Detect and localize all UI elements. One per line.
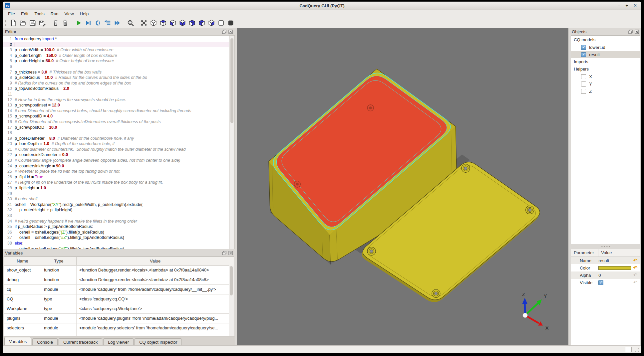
variables-scrollbar-thumb[interactable] bbox=[230, 266, 233, 295]
close-button[interactable]: ✕ bbox=[633, 3, 637, 8]
editor-scrollbar[interactable] bbox=[229, 36, 234, 249]
code-line[interactable]: 1from cadquery import * bbox=[3, 36, 229, 42]
menu-help[interactable]: Help bbox=[77, 10, 92, 18]
variables-column-header[interactable]: Name bbox=[4, 257, 41, 266]
objects-parameters-splitter[interactable] bbox=[570, 244, 641, 249]
tab-log-viewer[interactable]: Log viewer bbox=[103, 338, 134, 346]
zoom-button[interactable] bbox=[126, 19, 135, 27]
code-line[interactable]: 3p_outerWidth = 100.0 # Outer width of b… bbox=[3, 47, 229, 53]
view-iso-button[interactable] bbox=[149, 19, 158, 27]
menu-file[interactable]: File bbox=[5, 10, 18, 18]
code-line[interactable]: 12# How far in from the edges the screwp… bbox=[3, 97, 229, 103]
variable-row[interactable]: cqmodule<module 'cadquery' from '/home/a… bbox=[4, 285, 229, 294]
tree-group-imports[interactable]: Imports bbox=[571, 58, 640, 66]
visibility-checkbox[interactable] bbox=[581, 89, 586, 94]
variable-row[interactable]: CQtype<class 'cadquery.cq.CQ'> bbox=[4, 294, 229, 304]
parameter-value[interactable]: 0 bbox=[598, 273, 631, 278]
code-line[interactable]: 35if p_sideRadius > p_topAndBottomRadius… bbox=[3, 224, 229, 230]
view-bottom-button[interactable] bbox=[168, 19, 177, 27]
code-line[interactable]: 14# nner Diameter of the screwpost holes… bbox=[3, 108, 229, 114]
visible-checkbox[interactable]: ✓ bbox=[598, 280, 603, 285]
code-line[interactable]: 5p_outerHeight = 50.0 # Outer height of … bbox=[3, 58, 229, 64]
menu-view[interactable]: View bbox=[62, 10, 77, 18]
code-line[interactable]: 4p_outerLength = 150.0 # Outer length of… bbox=[3, 53, 229, 59]
reset-button[interactable]: ↶ bbox=[631, 265, 640, 271]
code-editor[interactable]: 1from cadquery import *23p_outerWidth = … bbox=[3, 35, 235, 249]
run-button[interactable] bbox=[74, 19, 83, 27]
code-line[interactable]: 26p_flipLid = True bbox=[3, 174, 229, 180]
code-line[interactable]: 20p_boreDepth = 1.0 # Depth of the count… bbox=[3, 141, 229, 147]
code-line[interactable]: 30# outer shell bbox=[3, 196, 229, 202]
fit-view-button[interactable] bbox=[140, 19, 148, 27]
code-line[interactable]: 10p_topAndBottomRadius = 2.0 bbox=[3, 86, 229, 91]
toolbar-handle[interactable] bbox=[5, 20, 7, 26]
tree-group-helpers[interactable]: Helpers bbox=[571, 66, 640, 73]
code-line[interactable]: 34# weird geometry happens if we make th… bbox=[3, 219, 229, 224]
code-line[interactable]: 6 bbox=[3, 64, 229, 70]
visibility-checkbox[interactable]: ✓ bbox=[581, 52, 586, 57]
menu-run[interactable]: Run bbox=[48, 10, 62, 18]
close-panel-icon[interactable] bbox=[228, 251, 233, 255]
variables-column-header[interactable]: Type bbox=[41, 257, 77, 266]
visibility-checkbox[interactable] bbox=[581, 74, 586, 79]
editor-scrollbar-thumb[interactable] bbox=[230, 38, 233, 123]
new-file-button[interactable] bbox=[9, 19, 18, 27]
code-line[interactable]: 15p_screwpostID = 4.0 bbox=[3, 113, 229, 119]
code-line[interactable]: 32 p_outerHeight + p_lipHeight) bbox=[3, 207, 229, 213]
variable-row[interactable]: Planetype<class 'cadquery.occ_impl.geom.… bbox=[4, 333, 229, 336]
color-swatch[interactable] bbox=[598, 266, 631, 270]
code-line[interactable]: 16# Outer Diameter of the screwposts.\nD… bbox=[3, 119, 229, 125]
code-line[interactable]: 38else: bbox=[3, 241, 229, 246]
reset-button[interactable]: ↶ bbox=[631, 279, 640, 286]
code-line[interactable]: 7p_thickness = 3.0 # Thickness of the bo… bbox=[3, 70, 229, 75]
view-front-button[interactable] bbox=[178, 19, 187, 27]
float-panel-icon[interactable] bbox=[222, 30, 226, 34]
tree-item-X[interactable]: X bbox=[571, 73, 640, 80]
view-left-button[interactable] bbox=[197, 19, 206, 27]
float-panel-icon[interactable] bbox=[222, 251, 226, 255]
view-right-button[interactable] bbox=[207, 19, 216, 27]
code-line[interactable]: 31oshell = Workplane("XY").rect(p_outerW… bbox=[3, 202, 229, 208]
save-button[interactable] bbox=[28, 19, 37, 27]
code-line[interactable]: 27# Height of lip on the underside of th… bbox=[3, 180, 229, 185]
code-line[interactable]: 9# Radius for the curves on the top and … bbox=[3, 81, 229, 86]
code-line[interactable]: 2 bbox=[3, 42, 229, 48]
close-panel-icon[interactable] bbox=[228, 30, 233, 34]
variables-scrollbar[interactable] bbox=[229, 266, 234, 336]
step-over-button[interactable] bbox=[103, 19, 112, 27]
tree-item-Y[interactable]: Y bbox=[571, 80, 640, 88]
code-line[interactable]: 22p_countersinkDiameter = 0.0 bbox=[3, 152, 229, 158]
code-line[interactable]: 36 oshell = oshell.edges("|Z").fillet(p_… bbox=[3, 230, 229, 235]
code-line[interactable]: 23# Countersink angle (complete angle be… bbox=[3, 158, 229, 163]
parameter-value[interactable]: result bbox=[598, 258, 631, 263]
open-file-button[interactable] bbox=[19, 19, 27, 27]
tree-item-lowerLid[interactable]: ✓lowerLid bbox=[571, 44, 640, 51]
wireframe-mode-button[interactable] bbox=[217, 19, 225, 27]
code-line[interactable]: 17p_screwpostOD = 10.0 bbox=[3, 125, 229, 130]
parameters-column-header[interactable]: Value bbox=[598, 249, 640, 257]
variable-row[interactable]: debugfunction<function Debugger.render.<… bbox=[4, 275, 229, 285]
reset-button[interactable]: ↶ bbox=[631, 257, 640, 264]
code-line[interactable]: 21# Outer diameter of countersink. Shoul… bbox=[3, 147, 229, 152]
code-line[interactable]: 33 bbox=[3, 213, 229, 219]
delete-button[interactable] bbox=[51, 19, 60, 27]
reset-button[interactable]: ↶ bbox=[631, 272, 640, 278]
code-line[interactable]: 8p_sideRadius = 10.0 # Radius for the cu… bbox=[3, 75, 229, 81]
tree-item-Z[interactable]: Z bbox=[571, 88, 640, 95]
tab-console[interactable]: Console bbox=[32, 338, 58, 346]
view-back-button[interactable] bbox=[188, 19, 196, 27]
code-area[interactable]: 1from cadquery import *23p_outerWidth = … bbox=[3, 36, 229, 249]
visibility-checkbox[interactable] bbox=[581, 82, 586, 87]
shaded-mode-button[interactable] bbox=[226, 19, 235, 27]
trash-button[interactable] bbox=[61, 19, 70, 27]
maximize-button[interactable]: + bbox=[626, 3, 628, 8]
variable-row[interactable]: pluginsmodule<module 'cadquery.plugins' … bbox=[4, 314, 229, 323]
continue-button[interactable] bbox=[113, 19, 122, 27]
tab-variables[interactable]: Variables bbox=[4, 337, 31, 346]
menu-tools[interactable]: Tools bbox=[31, 10, 47, 18]
step-into-button[interactable] bbox=[94, 19, 102, 27]
variable-row[interactable]: selectorsmodule<module 'cadquery.selecto… bbox=[4, 323, 229, 333]
save-as-button[interactable] bbox=[38, 19, 47, 27]
size-grip[interactable] bbox=[635, 348, 639, 352]
code-line[interactable]: 19p_boreDiameter = 8.0 # Diameter of the… bbox=[3, 136, 229, 141]
